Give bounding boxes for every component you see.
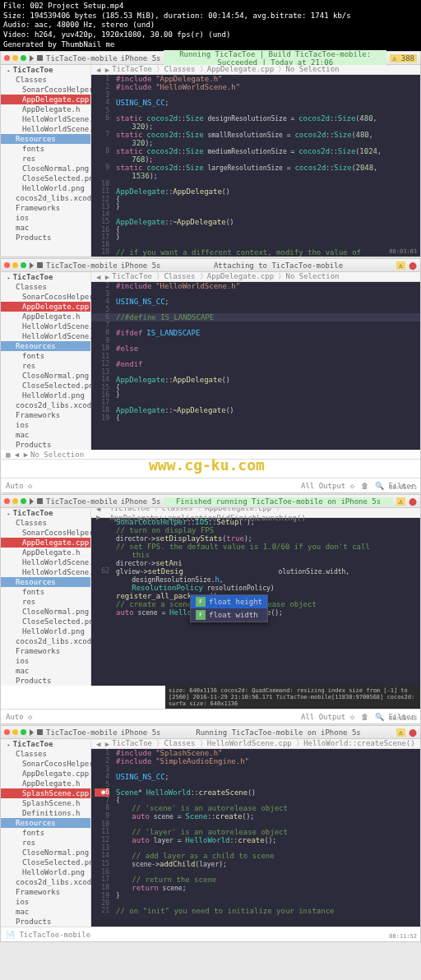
sidebar-item[interactable]: Classes (1, 518, 90, 528)
run-button[interactable] (30, 262, 34, 269)
sidebar-item[interactable]: AppDelegate.cpp (1, 538, 90, 548)
code-line[interactable]: 13 (91, 368, 420, 376)
sidebar-item[interactable]: Products (1, 233, 90, 243)
code-line[interactable]: 2#include "HelloWorldScene.h" (91, 282, 420, 290)
code-line[interactable]: 19{ (91, 414, 420, 422)
sidebar-item[interactable]: HelloWorldScene.h (1, 331, 90, 341)
code-line[interactable]: this (91, 551, 420, 559)
code-line[interactable]: 3 (91, 765, 420, 773)
code-line[interactable]: 15{ (91, 384, 420, 391)
code-line[interactable]: 7static cocos2d::Size smallResolutionSiz… (91, 131, 420, 139)
sidebar-item[interactable]: Resources (1, 577, 90, 587)
code-line[interactable]: 8 // 'scene' is an autorelease object (91, 804, 420, 812)
sidebar-item[interactable]: Frameworks (1, 887, 90, 897)
autocomplete-popup[interactable]: Ffloat heightFfloat width (190, 594, 268, 622)
code-line[interactable]: 4USING_NS_CC; (91, 773, 420, 781)
sidebar-item[interactable]: Resources (1, 341, 90, 351)
stop-button[interactable] (37, 55, 43, 61)
run-button[interactable] (30, 498, 34, 505)
code-line[interactable]: 320); (91, 122, 420, 131)
autocomplete-item[interactable]: Ffloat width (191, 608, 267, 622)
code-line[interactable]: 4USING_NS_CC; (91, 298, 420, 306)
sidebar-item[interactable]: mac (1, 907, 90, 917)
sidebar-item[interactable]: AppDelegate.h (1, 548, 90, 557)
code-editor[interactable]: ◀ ▶ TicTacToe 〉Classes 〉AppDelegate.cpp … (91, 508, 420, 686)
sidebar-item[interactable]: CloseSelected.png (1, 858, 90, 867)
sidebar-item[interactable]: Classes (1, 75, 90, 85)
sidebar-item[interactable]: mac (1, 430, 90, 440)
scheme-selector[interactable]: TicTacToe-mobile (46, 54, 118, 62)
code-line[interactable]: 4USING_NS_CC; (91, 99, 420, 107)
code-line[interactable]: 16{ (91, 226, 420, 233)
code-line[interactable]: 13 (91, 844, 420, 852)
warning-badge[interactable]: ⚠ 388 (390, 54, 417, 62)
sidebar-item[interactable]: SonarCocosHelperCPP (1, 85, 90, 95)
code-line[interactable]: designResolutionSize.h, (91, 576, 420, 584)
code-line[interactable]: 5 (91, 107, 420, 114)
code-line[interactable]: 8static cocos2d::Size mediumResolutionSi… (91, 147, 420, 155)
autocomplete-item[interactable]: Ffloat height (191, 595, 267, 608)
sidebar-item[interactable]: cocos2d_libs.xcodeproj (1, 400, 90, 410)
code-line[interactable]: 6//#define IS_LANDSCAPE (91, 313, 420, 321)
sidebar-item[interactable]: mac (1, 223, 90, 233)
run-button[interactable] (30, 55, 34, 62)
code-line[interactable]: 16} (91, 391, 420, 399)
code-editor[interactable]: ◀ ▶ TicTacToe 〉Classes 〉AppDelegate.cpp … (91, 65, 420, 257)
code-line[interactable]: 5 (91, 781, 420, 788)
code-line[interactable]: 21// on "init" you need to initialize yo… (91, 907, 420, 915)
sidebar-item[interactable]: Classes (1, 749, 90, 759)
sidebar-item[interactable]: HelloWorldScene.cpp (1, 321, 90, 331)
sidebar-item[interactable]: AppDelegate.cpp (1, 95, 90, 104)
code-line[interactable]: 17 // return the scene (91, 876, 420, 884)
code-line[interactable]: 9 (91, 337, 420, 344)
sidebar-item[interactable]: HelloWorldScene.cpp (1, 557, 90, 567)
code-line[interactable]: 9 auto scene = Scene::create(); (91, 812, 420, 821)
code-line[interactable]: director->setDisplayStats(true); (91, 534, 420, 543)
code-editor[interactable]: ◀ ▶ TicTacToe 〉Classes 〉AppDelegate.cpp … (91, 272, 420, 450)
sidebar-item[interactable]: SonarCocosHelperCPP (1, 528, 90, 538)
sidebar-item[interactable]: AppDelegate.h (1, 779, 90, 788)
code-line[interactable]: 15AppDelegate::~AppDelegate() (91, 218, 420, 226)
code-line[interactable]: 1#include "AppDelegate.h" (91, 75, 420, 83)
sidebar-item[interactable]: CloseSelected.png (1, 173, 90, 183)
sidebar-item[interactable]: CloseSelected.png (1, 381, 90, 391)
sidebar-item[interactable]: CloseSelected.png (1, 617, 90, 626)
code-line[interactable]: 768); (91, 155, 420, 164)
code-line[interactable]: 320); (91, 139, 420, 147)
code-line[interactable]: 2#include "HelloWorldScene.h" (91, 83, 420, 91)
sidebar-item[interactable]: HelloWorldScene.h (1, 124, 90, 134)
sidebar-item[interactable]: ios (1, 897, 90, 907)
code-line[interactable]: 19} (91, 892, 420, 899)
code-line[interactable]: 12{ (91, 196, 420, 203)
sidebar-item[interactable]: Frameworks (1, 203, 90, 213)
code-line[interactable]: 14AppDelegate::AppDelegate() (91, 376, 420, 384)
project-navigator[interactable]: TicTacToeClassesSonarCocosHelperCPPAppDe… (1, 272, 91, 450)
stop-button[interactable] (37, 729, 43, 735)
stop-button[interactable] (37, 262, 43, 268)
code-line[interactable]: 1536); (91, 172, 420, 180)
sidebar-item[interactable]: TicTacToe (1, 272, 90, 282)
code-line[interactable]: // turn on display FPS (91, 526, 420, 534)
code-line[interactable]: 11AppDelegate::AppDelegate() (91, 187, 420, 196)
code-editor[interactable]: ◀ ▶ TicTacToe 〉Classes 〉HelloWorldScene.… (91, 739, 420, 927)
sidebar-item[interactable]: HelloWorld.png (1, 867, 90, 877)
sidebar-item[interactable]: CloseNormal.png (1, 607, 90, 617)
sidebar-item[interactable]: ios (1, 213, 90, 223)
project-navigator[interactable]: TicTacToeClassesSonarCocosHelperCPPAppDe… (1, 508, 91, 686)
sidebar-item[interactable]: SonarCocosHelperCPP (1, 759, 90, 769)
project-navigator[interactable]: TicTacToeClassesSonarCocosHelperCPPAppDe… (1, 739, 91, 927)
code-line[interactable]: 10#else (91, 344, 420, 353)
code-line[interactable]: 12#endif (91, 360, 420, 368)
sidebar-item[interactable]: Products (1, 676, 90, 686)
trash-icon[interactable]: 🗑 (361, 482, 368, 490)
sidebar-item[interactable]: Definitions.h (1, 808, 90, 818)
code-line[interactable]: 8#ifdef IS_LANDSCAPE (91, 329, 420, 337)
code-line[interactable]: // set FPS. the default value is 1.0/60 … (91, 543, 420, 551)
code-line[interactable]: 14 // add layer as a child to scene (91, 852, 420, 860)
sidebar-item[interactable]: cocos2d_libs.xcodeproj (1, 193, 90, 203)
code-line[interactable]: 15 scene->addChild(layer); (91, 860, 420, 868)
code-line[interactable]: 5 (91, 306, 420, 313)
sidebar-item[interactable]: fonts (1, 828, 90, 838)
sidebar-item[interactable]: HelloWorldScene.h (1, 567, 90, 577)
sidebar-item[interactable]: AppDelegate.h (1, 312, 90, 321)
